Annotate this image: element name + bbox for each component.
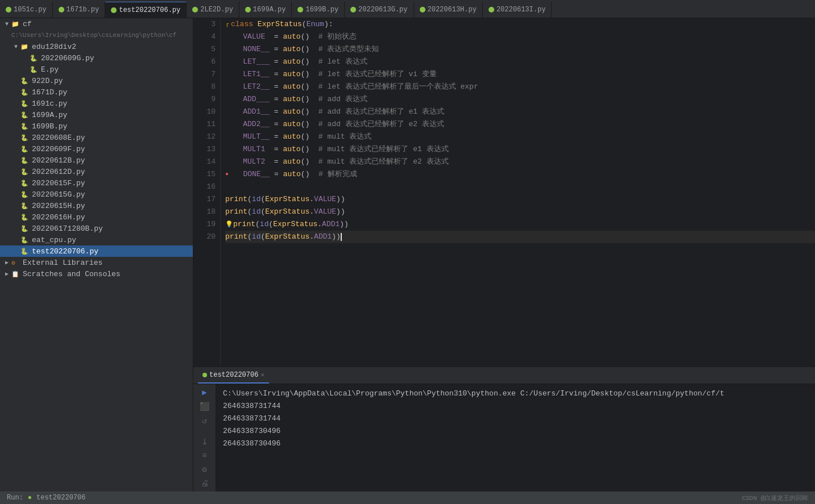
sidebar-item-202206171280b[interactable]: 🐍 202206171280B.py <box>0 223 193 234</box>
tab-20220613i[interactable]: 20220613I.py <box>483 2 552 18</box>
line-num-18: 18 <box>198 206 216 218</box>
status-run-dot: ● <box>28 494 32 502</box>
code-line-19: 💡print(id(ExprStatus.ADD1)) <box>225 218 815 231</box>
py-icon-20220612b: 🐍 <box>20 157 30 164</box>
tab-icon-20220613h <box>420 7 425 13</box>
sidebar-label-scratches: Scratches and Consoles <box>23 270 121 278</box>
sidebar-item-external-libraries[interactable]: ▶ ⚙ External Libraries <box>0 257 193 268</box>
py-icon-eatcpu: 🐍 <box>20 236 30 244</box>
run-button[interactable]: ▶ <box>197 388 213 397</box>
py-icon-20220609g: 🐍 <box>30 55 39 62</box>
paren-base: ( <box>302 18 307 31</box>
scroll-end-button[interactable]: ⤓ <box>197 437 213 447</box>
run-tab-close[interactable]: ✕ <box>260 371 264 378</box>
sidebar-label-20220612d: 20220612D.py <box>32 168 85 176</box>
tab-20220613h[interactable]: 20220613H.py <box>414 2 483 18</box>
tab-1699b[interactable]: 1699B.py <box>292 2 345 18</box>
status-run-label: Run: <box>7 494 23 502</box>
sidebar-item-922d[interactable]: 🐍 922D.py <box>0 75 193 86</box>
sidebar-label-1691c: 1691c.py <box>32 99 67 108</box>
sidebar-item-test20220706[interactable]: 🐍 test20220706.py <box>0 245 193 257</box>
py-icon-20220612d: 🐍 <box>20 168 30 176</box>
line-num-8: 8 <box>198 81 216 93</box>
line-num-17: 17 <box>198 193 216 206</box>
text-cursor <box>341 233 342 241</box>
sidebar-item-20220612d[interactable]: 🐍 20220612D.py <box>0 166 193 177</box>
sidebar-item-20220615f[interactable]: 🐍 20220615F.py <box>0 177 193 189</box>
sidebar-item-cf[interactable]: ▼ 📁 cf <box>0 18 193 30</box>
sidebar-item-scratches[interactable]: ▶ 📋 Scratches and Consoles <box>0 268 193 280</box>
class-marker: ┌ <box>225 18 229 31</box>
line-num-13: 13 <box>198 143 216 156</box>
tab-1699a[interactable]: 1699A.py <box>239 2 292 18</box>
run-output-line-3: 2646338730496 <box>223 425 808 438</box>
arrow-scratches: ▶ <box>2 270 11 277</box>
run-output-line-4: 2646338730496 <box>223 438 808 450</box>
sidebar-label-20220609f: 20220609F.py <box>32 145 85 153</box>
arrow-ext-lib: ▶ <box>2 259 11 266</box>
filter-button[interactable]: ≡ <box>197 451 213 460</box>
sidebar-item-20220608e[interactable]: 🐍 20220608E.py <box>0 132 193 143</box>
py-icon-1691c: 🐍 <box>20 100 30 107</box>
sidebar-label-1699a: 1699A.py <box>32 111 67 119</box>
code-line-11: ADD2__ = auto() # add 表达式已经解析了 e2 表达式 <box>225 118 815 131</box>
tab-2le2d[interactable]: 2LE2D.py <box>187 2 239 18</box>
tab-label-20220613g: 20220613G.py <box>358 6 407 14</box>
line-numbers: 3 4 5 6 7 8 9 10 11 12 13 14 15 16 17 18… <box>193 18 221 366</box>
tab-label-1051c: 1051c.py <box>14 6 47 14</box>
sidebar-item-e[interactable]: 🐍 E.py <box>0 64 193 75</box>
line-num-20: 20 <box>198 231 216 243</box>
py-icon-922d: 🐍 <box>20 77 30 85</box>
run-tab-test[interactable]: test20220706 ✕ <box>198 368 269 384</box>
rerun-button[interactable]: ↺ <box>197 416 213 426</box>
line-num-9: 9 <box>198 93 216 106</box>
sidebar-item-edu128div2[interactable]: ▼ 📁 edu128div2 <box>0 41 193 52</box>
sidebar-item-1671d[interactable]: 🐍 1671D.py <box>0 86 193 98</box>
tab-icon-1699b <box>297 7 303 13</box>
settings-button[interactable]: ⚙ <box>197 465 213 474</box>
sidebar-item-eatcpu[interactable]: 🐍 eat_cpu.py <box>0 234 193 245</box>
sidebar-item-20220609g[interactable]: 🐍 20220609G.py <box>0 52 193 64</box>
sidebar-label-202206171280b: 202206171280B.py <box>32 224 103 233</box>
sidebar-item-1699a[interactable]: 🐍 1699A.py <box>0 109 193 120</box>
sidebar-item-1691c[interactable]: 🐍 1691c.py <box>0 98 193 109</box>
sidebar-item-1699b[interactable]: 🐍 1699B.py <box>0 120 193 132</box>
lightbulb-icon-19: 💡 <box>225 218 233 231</box>
tab-test20220706[interactable]: test20220706.py <box>105 2 187 18</box>
sidebar-label-cf: cf <box>23 20 32 28</box>
sidebar-label-test20220706: test20220706.py <box>32 247 98 256</box>
tab-1671b[interactable]: 1671b.py <box>53 2 106 18</box>
line-num-14: 14 <box>198 156 216 168</box>
line-num-4: 4 <box>198 31 216 43</box>
tab-label-1699a: 1699A.py <box>253 6 286 14</box>
code-content[interactable]: ┌class ExprStatus(Enum): VALUE = auto() … <box>221 18 815 366</box>
print-button[interactable]: 🖨 <box>197 479 213 488</box>
sidebar-path-text: C:\Users\Irving\Desktop\csLearning\pytho… <box>11 32 176 39</box>
run-output-line-1: 2646338731744 <box>223 400 808 413</box>
code-line-16 <box>225 181 815 193</box>
editor-area: 3 4 5 6 7 8 9 10 11 12 13 14 15 16 17 18… <box>193 18 815 491</box>
sidebar-item-20220616h[interactable]: 🐍 20220616H.py <box>0 211 193 223</box>
arrow-cf: ▼ <box>2 21 11 27</box>
sidebar-item-20220615h[interactable]: 🐍 20220615H.py <box>0 200 193 211</box>
code-line-20: print(id(ExprStatus.ADD1)) <box>225 231 815 243</box>
code-line-3: ┌class ExprStatus(Enum): <box>225 18 815 31</box>
tab-1051c[interactable]: 1051c.py <box>0 2 53 18</box>
tab-20220613g[interactable]: 20220613G.py <box>345 2 413 18</box>
py-icon-1699b: 🐍 <box>20 123 30 130</box>
stop-button[interactable]: ⬛ <box>197 402 213 411</box>
sidebar-item-20220609f[interactable]: 🐍 20220609F.py <box>0 143 193 155</box>
sidebar-label-20220615g: 20220615G.py <box>32 190 85 199</box>
status-left: Run: ● test20220706 <box>7 494 85 502</box>
sidebar-item-20220615g[interactable]: 🐍 20220615G.py <box>0 189 193 200</box>
py-icon-e: 🐍 <box>30 66 39 73</box>
tab-label-20220613i: 20220613I.py <box>497 6 545 14</box>
code-line-14: MULT2 = auto() # mult 表达式已经解析了 e2 表达式 <box>225 156 815 168</box>
cls-name: ExprStatus <box>258 18 302 31</box>
code-line-13: MULT1 = auto() # mult 表达式已经解析了 e1 表达式 <box>225 143 815 156</box>
sidebar-item-20220612b[interactable]: 🐍 20220612B.py <box>0 155 193 166</box>
base-enum: Enum <box>307 18 324 31</box>
run-content: ▶ ⬛ ↺ ⤓ ≡ ⚙ 🖨 C:\Users <box>193 384 815 491</box>
code-line-18: print(id(ExprStatus.VALUE)) <box>225 206 815 218</box>
code-line-9: ADD___ = auto() # add 表达式 <box>225 93 815 106</box>
